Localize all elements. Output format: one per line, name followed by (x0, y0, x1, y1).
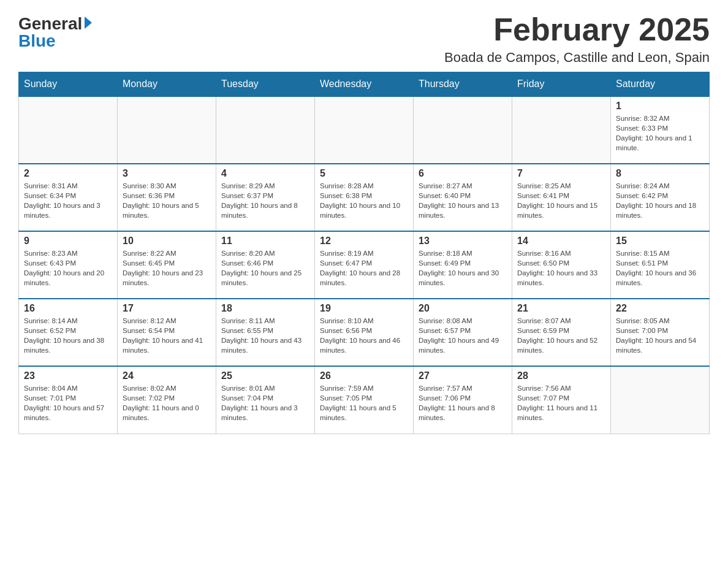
calendar-week-2: 9Sunrise: 8:23 AMSunset: 6:43 PMDaylight… (19, 231, 710, 299)
day-number: 13 (419, 236, 507, 247)
calendar-cell: 6Sunrise: 8:27 AMSunset: 6:40 PMDaylight… (414, 164, 512, 231)
calendar-cell: 23Sunrise: 8:04 AMSunset: 7:01 PMDayligh… (19, 366, 118, 434)
header-saturday: Saturday (611, 72, 710, 97)
day-number: 26 (320, 370, 408, 381)
day-info: Sunrise: 8:19 AMSunset: 6:47 PMDaylight:… (320, 248, 408, 288)
logo-general-text: General (18, 15, 82, 33)
day-info: Sunrise: 8:29 AMSunset: 6:37 PMDaylight:… (221, 181, 309, 220)
day-info: Sunrise: 8:28 AMSunset: 6:38 PMDaylight:… (320, 181, 408, 220)
day-number: 17 (123, 303, 211, 314)
day-info: Sunrise: 7:57 AMSunset: 7:06 PMDaylight:… (419, 383, 507, 423)
weekday-header-row: Sunday Monday Tuesday Wednesday Thursday… (19, 72, 710, 97)
day-info: Sunrise: 8:15 AMSunset: 6:51 PMDaylight:… (616, 248, 704, 288)
day-number: 5 (320, 168, 408, 179)
logo-arrow-icon (85, 17, 92, 29)
day-number: 12 (320, 236, 408, 247)
day-number: 8 (616, 168, 704, 179)
calendar-cell: 28Sunrise: 7:56 AMSunset: 7:07 PMDayligh… (512, 366, 611, 434)
calendar-cell: 9Sunrise: 8:23 AMSunset: 6:43 PMDaylight… (19, 231, 118, 299)
calendar-cell: 20Sunrise: 8:08 AMSunset: 6:57 PMDayligh… (414, 299, 512, 366)
calendar-cell: 19Sunrise: 8:10 AMSunset: 6:56 PMDayligh… (315, 299, 414, 366)
day-number: 10 (123, 236, 211, 247)
header-monday: Monday (118, 72, 216, 97)
day-number: 16 (24, 303, 112, 314)
day-info: Sunrise: 8:07 AMSunset: 6:59 PMDaylight:… (517, 316, 605, 355)
header-friday: Friday (512, 72, 611, 97)
calendar-cell (19, 96, 118, 164)
day-number: 4 (221, 168, 309, 179)
day-info: Sunrise: 7:56 AMSunset: 7:07 PMDaylight:… (517, 383, 605, 423)
calendar-cell: 15Sunrise: 8:15 AMSunset: 6:51 PMDayligh… (611, 231, 710, 299)
day-info: Sunrise: 8:32 AMSunset: 6:33 PMDaylight:… (616, 113, 704, 153)
day-number: 1 (616, 101, 704, 112)
day-number: 21 (517, 303, 605, 314)
calendar-week-0: 1Sunrise: 8:32 AMSunset: 6:33 PMDaylight… (19, 96, 710, 164)
day-info: Sunrise: 8:05 AMSunset: 7:00 PMDaylight:… (616, 316, 704, 355)
calendar-cell: 10Sunrise: 8:22 AMSunset: 6:45 PMDayligh… (118, 231, 216, 299)
day-number: 23 (24, 370, 112, 381)
day-info: Sunrise: 7:59 AMSunset: 7:05 PMDaylight:… (320, 383, 408, 423)
day-number: 25 (221, 370, 309, 381)
calendar-cell: 7Sunrise: 8:25 AMSunset: 6:41 PMDaylight… (512, 164, 611, 231)
day-info: Sunrise: 8:23 AMSunset: 6:43 PMDaylight:… (24, 248, 112, 288)
calendar-cell (512, 96, 611, 164)
day-info: Sunrise: 8:31 AMSunset: 6:34 PMDaylight:… (24, 181, 112, 220)
calendar-cell: 5Sunrise: 8:28 AMSunset: 6:38 PMDaylight… (315, 164, 414, 231)
calendar-cell: 14Sunrise: 8:16 AMSunset: 6:50 PMDayligh… (512, 231, 611, 299)
day-info: Sunrise: 8:16 AMSunset: 6:50 PMDaylight:… (517, 248, 605, 288)
day-number: 20 (419, 303, 507, 314)
calendar-cell: 2Sunrise: 8:31 AMSunset: 6:34 PMDaylight… (19, 164, 118, 231)
day-info: Sunrise: 8:11 AMSunset: 6:55 PMDaylight:… (221, 316, 309, 355)
day-info: Sunrise: 8:08 AMSunset: 6:57 PMDaylight:… (419, 316, 507, 355)
day-number: 19 (320, 303, 408, 314)
calendar-cell: 3Sunrise: 8:30 AMSunset: 6:36 PMDaylight… (118, 164, 216, 231)
calendar-cell: 16Sunrise: 8:14 AMSunset: 6:52 PMDayligh… (19, 299, 118, 366)
calendar-cell: 26Sunrise: 7:59 AMSunset: 7:05 PMDayligh… (315, 366, 414, 434)
calendar-week-4: 23Sunrise: 8:04 AMSunset: 7:01 PMDayligh… (19, 366, 710, 434)
calendar-cell (611, 366, 710, 434)
day-number: 28 (517, 370, 605, 381)
day-info: Sunrise: 8:02 AMSunset: 7:02 PMDaylight:… (123, 383, 211, 423)
calendar-cell: 8Sunrise: 8:24 AMSunset: 6:42 PMDaylight… (611, 164, 710, 231)
calendar-week-1: 2Sunrise: 8:31 AMSunset: 6:34 PMDaylight… (19, 164, 710, 231)
day-info: Sunrise: 8:22 AMSunset: 6:45 PMDaylight:… (123, 248, 211, 288)
day-number: 15 (616, 236, 704, 247)
logo: General Blue (18, 12, 92, 50)
calendar-cell: 12Sunrise: 8:19 AMSunset: 6:47 PMDayligh… (315, 231, 414, 299)
day-number: 14 (517, 236, 605, 247)
page-header: General Blue February 2025 Boada de Camp… (18, 12, 710, 66)
day-info: Sunrise: 8:12 AMSunset: 6:54 PMDaylight:… (123, 316, 211, 355)
calendar-table: Sunday Monday Tuesday Wednesday Thursday… (18, 72, 710, 434)
calendar-cell: 13Sunrise: 8:18 AMSunset: 6:49 PMDayligh… (414, 231, 512, 299)
day-number: 6 (419, 168, 507, 179)
header-thursday: Thursday (414, 72, 512, 97)
day-info: Sunrise: 8:25 AMSunset: 6:41 PMDaylight:… (517, 181, 605, 220)
calendar-cell: 11Sunrise: 8:20 AMSunset: 6:46 PMDayligh… (216, 231, 315, 299)
header-tuesday: Tuesday (216, 72, 315, 97)
day-info: Sunrise: 8:04 AMSunset: 7:01 PMDaylight:… (24, 383, 112, 423)
calendar-cell: 4Sunrise: 8:29 AMSunset: 6:37 PMDaylight… (216, 164, 315, 231)
calendar-cell (414, 96, 512, 164)
calendar-body: 1Sunrise: 8:32 AMSunset: 6:33 PMDaylight… (19, 96, 710, 434)
calendar-cell: 21Sunrise: 8:07 AMSunset: 6:59 PMDayligh… (512, 299, 611, 366)
day-number: 7 (517, 168, 605, 179)
calendar-cell: 1Sunrise: 8:32 AMSunset: 6:33 PMDaylight… (611, 96, 710, 164)
calendar-week-3: 16Sunrise: 8:14 AMSunset: 6:52 PMDayligh… (19, 299, 710, 366)
day-number: 18 (221, 303, 309, 314)
day-number: 22 (616, 303, 704, 314)
day-info: Sunrise: 8:18 AMSunset: 6:49 PMDaylight:… (419, 248, 507, 288)
day-number: 3 (123, 168, 211, 179)
day-number: 27 (419, 370, 507, 381)
calendar-cell (315, 96, 414, 164)
logo-blue-text: Blue (18, 33, 56, 50)
calendar-cell: 18Sunrise: 8:11 AMSunset: 6:55 PMDayligh… (216, 299, 315, 366)
calendar-cell (118, 96, 216, 164)
header-wednesday: Wednesday (315, 72, 414, 97)
day-number: 2 (24, 168, 112, 179)
day-info: Sunrise: 8:14 AMSunset: 6:52 PMDaylight:… (24, 316, 112, 355)
calendar-cell: 17Sunrise: 8:12 AMSunset: 6:54 PMDayligh… (118, 299, 216, 366)
day-info: Sunrise: 8:10 AMSunset: 6:56 PMDaylight:… (320, 316, 408, 355)
calendar-cell: 24Sunrise: 8:02 AMSunset: 7:02 PMDayligh… (118, 366, 216, 434)
title-block: February 2025 Boada de Campos, Castille … (444, 12, 710, 66)
calendar-subtitle: Boada de Campos, Castille and Leon, Spai… (444, 50, 710, 66)
